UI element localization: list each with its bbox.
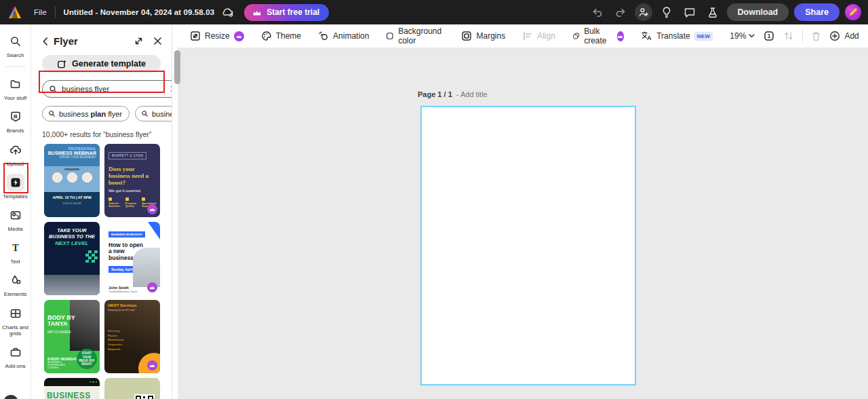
cloud-sync-icon[interactable] (221, 7, 235, 18)
download-button[interactable]: Download (727, 3, 789, 21)
background-color-icon (386, 31, 394, 41)
sidebar-item-your-stuff[interactable]: Your stuff (0, 75, 31, 101)
generate-template-button[interactable]: Generate template (42, 55, 161, 73)
page-label[interactable]: Page 1 / 1 - Add title (418, 90, 488, 98)
sidebar-item-upload[interactable]: Upload (0, 141, 31, 167)
pages-overview-button[interactable]: 1 (763, 30, 775, 42)
thumb-text: Does your business need a boost? (108, 166, 156, 187)
search-icon (141, 110, 149, 117)
start-free-trial-button[interactable]: Start free trial (244, 4, 329, 21)
sidebar-item-add-ons[interactable]: Add-ons (0, 343, 31, 369)
top-bar: File Untitled - November 04, 2024 at 09.… (0, 0, 868, 24)
sidebar-label: Upload (1, 161, 30, 167)
translate-button[interactable]: A Translate NEW (641, 31, 713, 41)
thumb-text: John Smith (108, 286, 129, 290)
sidebar-item-brands[interactable]: B Brands (0, 108, 31, 134)
beta-flask-icon[interactable] (704, 3, 722, 21)
media-icon (7, 206, 24, 224)
thumb-text: TAKE YOUR (47, 227, 96, 233)
document-title[interactable]: Untitled - November 04, 2024 at 09.58.03 (64, 8, 215, 16)
divider (802, 30, 803, 42)
bulk-create-button[interactable]: Bulk create (572, 26, 624, 45)
expand-panel-icon[interactable] (134, 36, 144, 46)
add-ons-icon (7, 343, 24, 361)
sidebar-item-charts-and-grids[interactable]: Charts and grids (0, 305, 31, 337)
theme-palette-icon (261, 31, 272, 41)
template-thumbnail[interactable]: BUSINESSCONFERENCE (44, 378, 100, 399)
thumb-text: BUSINESS TO THE (47, 233, 96, 240)
download-label: Download (738, 7, 778, 17)
add-title-label[interactable]: - Add title (456, 90, 488, 98)
template-thumbnail[interactable]: TAKE YOUR BUSINESS TO THE NEXT LEVEL (44, 222, 100, 295)
user-avatar[interactable] (845, 4, 861, 20)
upload-icon (7, 141, 24, 159)
search-suggestion-chips: business plan flyer busines (42, 106, 172, 121)
margins-button[interactable]: Margins (461, 31, 505, 41)
panel-scrollbar[interactable] (174, 50, 180, 84)
comment-icon[interactable] (681, 3, 698, 21)
thumb-text: BARRETT & CHAN (108, 152, 146, 159)
divider (55, 7, 56, 18)
template-search-field[interactable] (42, 80, 172, 98)
thumb-text: Certified Business Coach (108, 290, 138, 293)
close-panel-icon[interactable] (153, 37, 162, 45)
sidebar-label: Media (1, 226, 30, 232)
template-thumbnail[interactable]: BODY BYTANYA HIIT CLASSES EVERY MONDAY B… (44, 300, 100, 373)
template-thumbnail[interactable]: BARRETT & CHAN Does your business need a… (104, 144, 160, 217)
app-sidebar: Search Your stuff B Brands Upload (0, 24, 31, 399)
share-button[interactable]: Share (794, 3, 840, 21)
template-thumbnail[interactable]: PROFESSIONAL BUSINESS WEBINAR “GROW YOUR… (44, 144, 100, 217)
background-color-label: Background color (398, 26, 444, 45)
template-thumbnail[interactable]: WHY PAY SCAN (104, 378, 160, 399)
margins-label: Margins (476, 31, 505, 41)
template-thumbnail[interactable]: BUSINESS WORKSHOP How to open a new busi… (104, 222, 160, 295)
template-results-grid: PROFESSIONAL BUSINESS WEBINAR “GROW YOUR… (44, 144, 160, 399)
animation-button[interactable]: Animation (318, 31, 369, 41)
new-feature-badge: NEW (694, 32, 713, 41)
sidebar-label: Your stuff (1, 95, 30, 101)
theme-button[interactable]: Theme (261, 31, 301, 41)
premium-crown-badge (147, 282, 157, 292)
redo-icon[interactable] (612, 3, 629, 21)
generate-template-label: Generate template (72, 59, 146, 69)
thumb-text: START YOUR WEEK OFF RIGHT! (77, 349, 97, 369)
sidebar-item-templates[interactable]: Templates (0, 174, 31, 200)
search-icon (48, 110, 56, 117)
add-page-button[interactable]: Add (829, 31, 859, 41)
suggestion-chip[interactable]: busines (135, 106, 172, 121)
sidebar-item-elements[interactable]: Elements (0, 271, 31, 297)
add-label: Add (844, 31, 859, 41)
thumb-text: SPEAKERS (44, 166, 100, 171)
back-chevron-icon[interactable] (42, 37, 48, 46)
search-input[interactable] (62, 85, 166, 93)
zoom-level-control[interactable]: 19% (730, 31, 755, 41)
thumb-text: APRIL 10 TH | AT 6PM (44, 195, 100, 200)
document-toolbar: Resize Theme Animation Background color (172, 24, 868, 48)
svg-text:B: B (14, 113, 18, 119)
thumb-text: BUSINESS WEBINAR (47, 151, 96, 155)
theme-label: Theme (276, 31, 301, 41)
thumb-text: HBST Services (108, 303, 157, 307)
sidebar-item-search[interactable]: Search (0, 33, 31, 58)
resize-button[interactable]: Resize (190, 31, 244, 41)
undo-icon[interactable] (589, 3, 606, 21)
suggestion-chip[interactable]: business plan flyer (42, 106, 130, 121)
chip-label: busines (152, 110, 172, 118)
translate-icon: A (641, 31, 652, 41)
generate-sparkle-icon (57, 59, 67, 69)
svg-text:T: T (12, 243, 19, 253)
document-page[interactable] (420, 106, 636, 385)
sidebar-item-media[interactable]: Media (0, 206, 31, 232)
lightbulb-icon[interactable] (658, 3, 675, 21)
file-menu[interactable]: File (34, 8, 47, 16)
adobe-express-logo-icon[interactable] (7, 4, 23, 20)
sidebar-item-text[interactable]: T Text (0, 239, 31, 265)
thumb-text: Servicing Repairs Maintenance Diagnostic… (108, 329, 157, 352)
canvas-area[interactable]: Page 1 / 1 - Add title (178, 48, 868, 399)
template-thumbnail[interactable]: HBST Services Keeping you on the road Se… (104, 300, 160, 373)
add-collaborator-icon[interactable] (635, 3, 652, 21)
background-color-button[interactable]: Background color (386, 26, 444, 45)
align-button: Align (522, 31, 555, 41)
sidebar-label: Text (1, 259, 30, 265)
divider (5, 66, 26, 67)
